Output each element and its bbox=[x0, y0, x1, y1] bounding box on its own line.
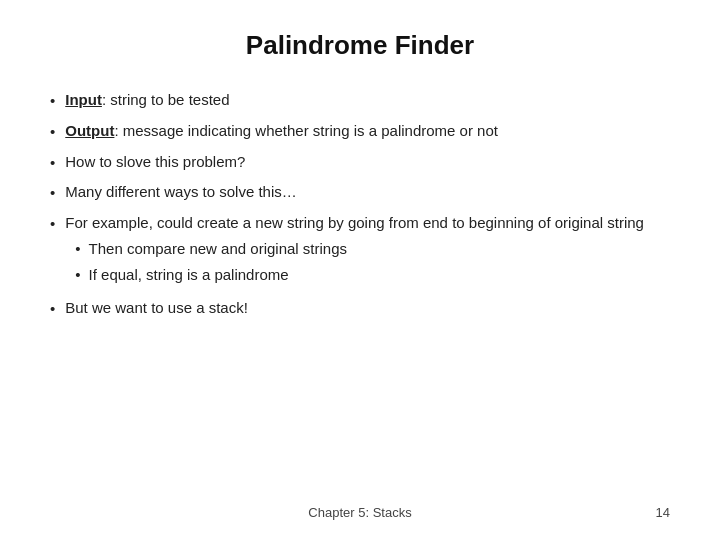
bullet-dot: • bbox=[50, 121, 55, 143]
slide-title: Palindrome Finder bbox=[50, 30, 670, 61]
list-item-but: • But we want to use a stack! bbox=[50, 297, 670, 320]
bullet-dot: • bbox=[50, 152, 55, 174]
sub-item-2-text: If equal, string is a palindrome bbox=[89, 264, 289, 286]
sub-bullet-dot: • bbox=[75, 238, 80, 260]
footer-chapter: Chapter 5: Stacks bbox=[308, 505, 411, 520]
example-text: For example, could create a new string b… bbox=[65, 214, 644, 231]
sub-bullet-list: • Then compare new and original strings … bbox=[75, 238, 644, 286]
list-item-input: • Input: string to be tested bbox=[50, 89, 670, 112]
slide-footer: Chapter 5: Stacks 14 bbox=[50, 495, 670, 520]
sub-list-item-1: • Then compare new and original strings bbox=[75, 238, 644, 260]
bullet-dot: • bbox=[50, 298, 55, 320]
sub-item-1-text: Then compare new and original strings bbox=[89, 238, 347, 260]
bullet-list: • Input: string to be tested • Output: m… bbox=[50, 89, 670, 328]
slide-content: • Input: string to be tested • Output: m… bbox=[50, 89, 670, 495]
list-item-example: • For example, could create a new string… bbox=[50, 212, 670, 289]
list-item-how: • How to slove this problem? bbox=[50, 151, 670, 174]
list-item-many: • Many different ways to solve this… bbox=[50, 181, 670, 204]
bullet-dot: • bbox=[50, 90, 55, 112]
how-text: How to slove this problem? bbox=[65, 151, 245, 173]
but-text: But we want to use a stack! bbox=[65, 297, 248, 319]
input-text: Input: string to be tested bbox=[65, 89, 229, 111]
bullet-dot: • bbox=[50, 213, 55, 235]
sub-list-item-2: • If equal, string is a palindrome bbox=[75, 264, 644, 286]
footer-page: 14 bbox=[656, 505, 670, 520]
sub-bullet-dot: • bbox=[75, 264, 80, 286]
slide: Palindrome Finder • Input: string to be … bbox=[0, 0, 720, 540]
input-rest: : string to be tested bbox=[102, 91, 230, 108]
bullet-dot: • bbox=[50, 182, 55, 204]
list-item-output: • Output: message indicating whether str… bbox=[50, 120, 670, 143]
output-rest: : message indicating whether string is a… bbox=[114, 122, 498, 139]
many-text: Many different ways to solve this… bbox=[65, 181, 297, 203]
input-label: Input bbox=[65, 91, 102, 108]
example-block: For example, could create a new string b… bbox=[65, 212, 644, 289]
output-label: Output bbox=[65, 122, 114, 139]
output-text: Output: message indicating whether strin… bbox=[65, 120, 498, 142]
